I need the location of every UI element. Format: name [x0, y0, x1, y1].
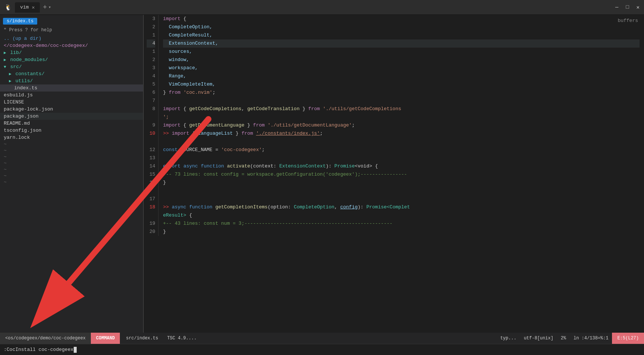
sidebar-item-readme[interactable]: README.md [0, 120, 143, 127]
main-layout: s/index.ts " Press ? for help .. (up a d… [0, 15, 644, 333]
file-label: yarn.lock [4, 135, 30, 140]
tilde-line: ~ [0, 154, 143, 160]
window-controls: — □ ✕ [615, 4, 640, 10]
status-error: E:5(L27) [612, 333, 644, 344]
close-button[interactable]: ✕ [637, 4, 640, 10]
tab-arrow-button[interactable]: ▾ [48, 4, 51, 10]
code-line [163, 187, 640, 195]
tab-label: vim [20, 4, 29, 10]
sidebar-item-index-ts[interactable]: index.ts [0, 84, 143, 92]
status-line-col: ln :4/138=%:1 [570, 336, 612, 341]
code-line: } [163, 179, 640, 187]
code-line: } [163, 228, 640, 236]
code-line: VimCompleteItem, [163, 80, 640, 89]
code-line: export async function activate(context: … [163, 162, 640, 170]
dir-label: utils/ [15, 78, 33, 84]
line-numbers: 3 2 1 4 1 2 3 4 5 6 7 8 9 10 12 13 14 15 [144, 15, 159, 236]
dir-open-arrow-icon: ▼ [4, 65, 6, 69]
current-dir-label: </codegeex-demo/coc-codegeex/ [4, 43, 88, 48]
code-line-marker: >> import { languageList } from './const… [163, 129, 640, 138]
dir-label: src/ [10, 64, 22, 70]
dir-label: node_modules/ [10, 57, 48, 63]
code-line [163, 195, 640, 203]
code-content[interactable]: import { CompleteOption, CompleteResult,… [159, 15, 644, 236]
code-line-fold: +-- 73 lines: const config = workspace.g… [163, 170, 640, 179]
sidebar-item-license[interactable]: LICENSE [0, 99, 143, 106]
code-line: workspace, [163, 64, 640, 72]
file-label: index.ts [14, 85, 37, 91]
editor[interactable]: buffers 3 2 1 4 1 2 3 4 5 6 7 8 9 10 [144, 15, 644, 333]
code-line: } from 'coc.nvim'; [163, 89, 640, 97]
tilde-line: ~ [0, 173, 143, 179]
code-line: CompleteOption, [163, 23, 640, 31]
sidebar-item-constants[interactable]: ▶ constants/ [0, 70, 143, 77]
tilde-line: ~ [0, 166, 143, 173]
tab-close-icon[interactable]: ✕ [32, 4, 35, 10]
buffers-label: buffers [618, 18, 638, 23]
sidebar-item-lib[interactable]: ▶ lib/ [0, 49, 143, 56]
sidebar-item-esbuild[interactable]: esbuild.js [0, 92, 143, 99]
sidebar-item-node-modules[interactable]: ▶ node_modules/ [0, 56, 143, 63]
minimize-button[interactable]: — [615, 4, 618, 10]
code-line [163, 97, 640, 105]
sidebar-tab-label: s/index.ts [3, 18, 37, 25]
dir-label: lib/ [10, 50, 22, 55]
file-label: esbuild.js [4, 92, 33, 98]
code-line: Range, [163, 72, 640, 80]
code-line [163, 138, 640, 146]
sidebar-item[interactable]: </codegeex-demo/coc-codegeex/ [0, 42, 143, 49]
dir-label: constants/ [15, 71, 44, 77]
status-percent: 2% [557, 336, 570, 341]
sidebar-item-src[interactable]: ▼ src/ [0, 63, 143, 70]
code-line: import { [163, 15, 640, 23]
tilde-line: ~ [0, 147, 143, 154]
file-label: package.json [4, 113, 39, 119]
dir-arrow-icon: ▶ [4, 51, 6, 55]
code-line: import { getDocumentLanguage } from './u… [163, 121, 640, 129]
file-label: tsconfig.json [4, 128, 41, 133]
code-line: import { getCodeCompletions, getCodeTran… [163, 105, 640, 113]
sidebar-item[interactable]: .. (up a dir) [0, 35, 143, 42]
sidebar-item-package-lock[interactable]: package-lock.json [0, 106, 143, 113]
sidebar-item-yarn[interactable]: yarn.lock [0, 134, 143, 141]
tab-add-button[interactable]: + [43, 4, 47, 11]
status-encoding: utf-8[unix] [520, 336, 557, 341]
code-line [163, 154, 640, 162]
statusbar: <os/codegeex/demo/coc-codegeex COMMAND s… [0, 333, 644, 344]
tilde-line: ~ [0, 141, 143, 147]
status-tsc: TSC 4.9.... [164, 336, 200, 341]
dir-arrow-icon: ▶ [9, 72, 12, 76]
code-line-marker2: >> async function getCompletionItems(opt… [163, 203, 640, 211]
titlebar: 🐧 vim ✕ + ▾ — □ ✕ [0, 0, 644, 15]
file-label: package-lock.json [4, 106, 53, 112]
cmdline-text: :CocInstall coc-codegeex [4, 347, 73, 352]
code-line: eResult> { [163, 211, 640, 220]
code-line: '; [163, 113, 640, 121]
cmdline-cursor [74, 347, 77, 353]
maximize-button[interactable]: □ [626, 4, 629, 10]
code-area[interactable]: 3 2 1 4 1 2 3 4 5 6 7 8 9 10 12 13 14 15 [144, 15, 644, 236]
code-line: sources, [163, 48, 640, 56]
sidebar-item-tsconfig[interactable]: tsconfig.json [0, 127, 143, 134]
file-label: README.md [4, 121, 30, 126]
tab[interactable]: vim ✕ [15, 2, 40, 13]
sidebar-help-text: " Press ? for help [0, 27, 143, 35]
cmdline[interactable]: :CocInstall coc-codegeex [0, 344, 644, 355]
sidebar-item-utils[interactable]: ▶ utils/ [0, 77, 143, 84]
sidebar-item-package-json[interactable]: package.json [0, 113, 143, 120]
code-line-fold2: +-- 43 lines: const num = 3;------------… [163, 220, 640, 228]
code-line-highlighted: ExtensionContext, [163, 39, 640, 48]
code-line: const SOURCE_NAME = 'coc-codegeex'; [163, 146, 640, 154]
status-typ: typ... [497, 336, 520, 341]
code-line: window, [163, 56, 640, 64]
dir-arrow-icon: ▶ [9, 79, 12, 83]
tilde-line: ~ [0, 179, 143, 185]
sidebar: s/index.ts " Press ? for help .. (up a d… [0, 15, 143, 333]
code-line: CompleteResult, [163, 31, 640, 39]
dotdot-label: .. (up a dir) [4, 36, 41, 41]
tilde-line: ~ [0, 160, 143, 166]
status-path: <os/codegeex/demo/coc-codegeex [0, 333, 91, 344]
status-file: src/index.ts [120, 336, 164, 341]
window-icon: 🐧 [4, 4, 12, 11]
file-label: LICENSE [4, 99, 24, 105]
